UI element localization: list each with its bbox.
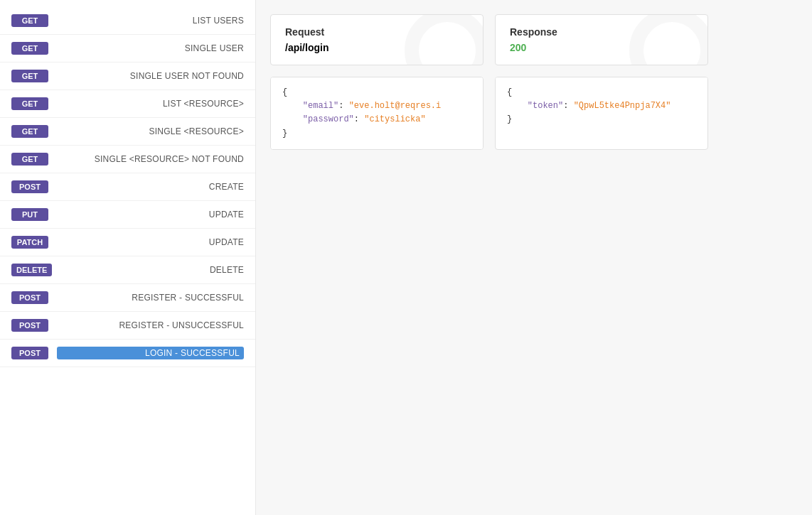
code-panels-row: { "email": "eve.holt@reqres.i "password"…: [270, 77, 798, 150]
endpoint-label-single-user-not-found: SINGLE USER NOT FOUND: [57, 71, 244, 81]
sidebar-item-single-resource[interactable]: GETSINGLE <RESOURCE>: [0, 118, 255, 146]
method-badge-login-successful: POST: [11, 347, 48, 359]
sidebar-item-delete[interactable]: DELETEDELETE: [0, 256, 255, 284]
method-badge-register-successful: POST: [11, 291, 48, 304]
sidebar: GETLIST USERSGETSINGLE USERGETSINGLE USE…: [0, 0, 256, 515]
sidebar-item-update-patch[interactable]: PATCHUPDATE: [0, 229, 255, 256]
request-code[interactable]: { "email": "eve.holt@reqres.i "password"…: [271, 77, 483, 149]
sidebar-item-single-resource-not-found[interactable]: GETSINGLE <RESOURCE> NOT FOUND: [0, 146, 255, 173]
sidebar-item-create[interactable]: POSTCREATE: [0, 173, 255, 201]
response-status: 200: [510, 42, 693, 53]
request-code-panel[interactable]: { "email": "eve.holt@reqres.i "password"…: [270, 77, 484, 150]
response-title: Response: [510, 26, 693, 38]
method-badge-single-user: GET: [11, 42, 48, 55]
sidebar-item-list-users[interactable]: GETLIST USERS: [0, 7, 255, 35]
endpoint-label-delete: DELETE: [60, 265, 244, 275]
method-badge-single-resource-not-found: GET: [11, 153, 48, 166]
response-code[interactable]: { "token": "QpwL5tke4Pnpja7X4" }: [496, 77, 707, 141]
method-badge-list-resource: GET: [11, 97, 48, 110]
endpoint-label-register-successful: REGISTER - SUCCESSFUL: [57, 293, 244, 303]
sidebar-item-register-successful[interactable]: POSTREGISTER - SUCCESSFUL: [0, 284, 255, 312]
request-title: Request: [285, 26, 469, 38]
sidebar-item-single-user-not-found[interactable]: GETSINGLE USER NOT FOUND: [0, 63, 255, 90]
request-panel: Request /api/login: [270, 14, 484, 65]
response-code-panel[interactable]: { "token": "QpwL5tke4Pnpja7X4" }: [495, 77, 708, 150]
method-badge-update-put: PUT: [11, 208, 48, 221]
endpoint-label-login-successful: LOGIN - SUCCESSFUL: [57, 347, 244, 359]
endpoint-label-update-patch: UPDATE: [57, 237, 244, 247]
method-badge-update-patch: PATCH: [11, 236, 48, 249]
endpoint-label-create: CREATE: [57, 182, 244, 192]
endpoint-label-list-resource: LIST <RESOURCE>: [57, 99, 244, 109]
method-badge-single-resource: GET: [11, 125, 48, 138]
main-content: Request /api/login Response 200 { "email…: [256, 0, 812, 515]
sidebar-item-register-unsuccessful[interactable]: POSTREGISTER - UNSUCCESSFUL: [0, 312, 255, 340]
endpoint-label-list-users: LIST USERS: [57, 16, 244, 26]
info-panels-row: Request /api/login Response 200: [270, 14, 798, 65]
method-badge-register-unsuccessful: POST: [11, 319, 48, 332]
sidebar-item-single-user[interactable]: GETSINGLE USER: [0, 35, 255, 63]
endpoint-label-single-user: SINGLE USER: [57, 43, 244, 53]
endpoint-label-single-resource: SINGLE <RESOURCE>: [57, 126, 244, 136]
method-badge-delete: DELETE: [11, 264, 52, 276]
method-badge-create: POST: [11, 180, 48, 193]
method-badge-list-users: GET: [11, 14, 48, 27]
sidebar-item-login-successful[interactable]: POSTLOGIN - SUCCESSFUL: [0, 340, 255, 367]
method-badge-single-user-not-found: GET: [11, 70, 48, 82]
sidebar-item-update-put[interactable]: PUTUPDATE: [0, 201, 255, 229]
endpoint-label-update-put: UPDATE: [57, 210, 244, 219]
request-path: /api/login: [285, 42, 469, 53]
endpoint-label-single-resource-not-found: SINGLE <RESOURCE> NOT FOUND: [57, 154, 244, 164]
sidebar-item-list-resource[interactable]: GETLIST <RESOURCE>: [0, 90, 255, 118]
response-panel: Response 200: [495, 14, 708, 65]
endpoint-label-register-unsuccessful: REGISTER - UNSUCCESSFUL: [57, 320, 244, 330]
